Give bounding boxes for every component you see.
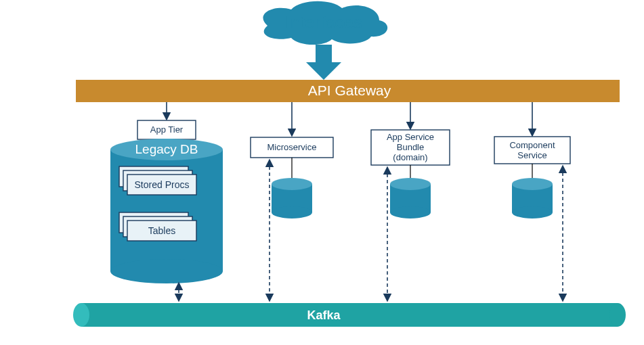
component-label-2: Service	[517, 150, 546, 160]
stored-procs-stack: Stored Procs	[119, 166, 196, 195]
api-gateway-bar: API Gateway	[76, 80, 620, 102]
svg-point-14	[272, 206, 312, 218]
micro-db-icon	[272, 178, 312, 218]
svg-point-18	[390, 206, 431, 218]
svg-point-23	[512, 178, 553, 190]
bundle-label-2: Bundle	[397, 142, 424, 152]
bundle-db-icon	[390, 178, 431, 218]
microservice-label: Microservice	[267, 142, 317, 152]
cloud-to-gateway-arrow	[306, 45, 341, 80]
bundle-label-3: (domain)	[393, 152, 427, 162]
legacy-db-cylinder: Legacy DB Stored Procs Tables	[110, 139, 223, 283]
tables-stack: Tables	[119, 212, 196, 241]
svg-point-22	[512, 206, 553, 218]
kafka-label: Kafka	[307, 308, 341, 322]
component-service-box: Component Service	[494, 137, 570, 164]
component-db-icon	[512, 178, 553, 218]
interfaces-label: Interfaces	[285, 12, 362, 32]
stored-procs-label: Stored Procs	[135, 179, 190, 190]
app-tier-box: App Tier	[137, 120, 196, 139]
interfaces-cloud: Interfaces	[263, 1, 387, 45]
svg-rect-24	[81, 303, 618, 327]
app-service-bundle-box: App Service Bundle (domain)	[371, 130, 450, 165]
tables-label: Tables	[148, 225, 175, 236]
kafka-bus: Kafka	[73, 303, 626, 327]
svg-point-26	[609, 303, 626, 327]
svg-point-15	[272, 178, 312, 190]
svg-rect-0	[316, 45, 332, 62]
microservice-box: Microservice	[251, 137, 333, 158]
app-tier-label: App Tier	[150, 124, 184, 135]
component-label-1: Component	[509, 140, 555, 150]
svg-point-4	[110, 259, 223, 283]
legacy-db-label: Legacy DB	[135, 142, 198, 156]
api-gateway-label: API Gateway	[308, 83, 391, 98]
bundle-label-1: App Service	[387, 132, 434, 142]
svg-point-19	[390, 178, 431, 190]
svg-point-25	[73, 303, 89, 327]
